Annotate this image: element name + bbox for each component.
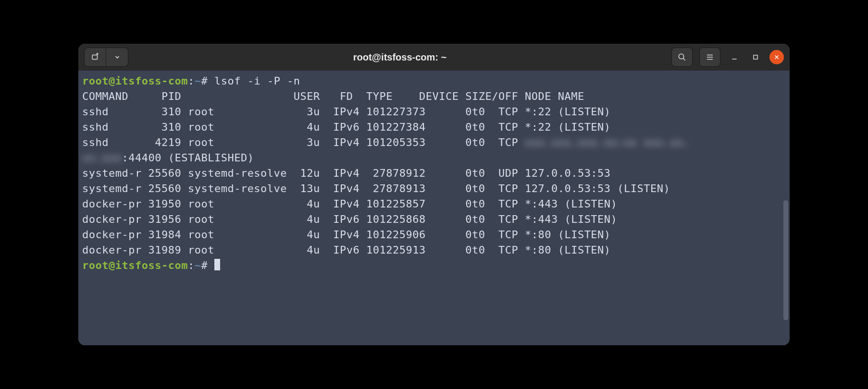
prompt-path: ~ <box>195 75 201 87</box>
search-button[interactable] <box>671 48 693 67</box>
tab-controls <box>84 48 128 67</box>
window-title: root@itsfoss-com: ~ <box>132 52 668 63</box>
new-tab-button[interactable] <box>84 48 106 67</box>
svg-point-3 <box>679 54 684 59</box>
maximize-button[interactable] <box>748 50 763 64</box>
prompt-separator-2: : <box>188 259 195 271</box>
minimize-button[interactable] <box>727 50 742 64</box>
tab-dropdown-button[interactable] <box>106 48 128 67</box>
svg-rect-0 <box>92 55 98 60</box>
svg-line-4 <box>683 58 685 61</box>
prompt-symbol-2: # <box>201 259 208 271</box>
command-output: COMMAND PID USER FD TYPE DEVICE SIZE/OFF… <box>82 90 690 256</box>
scrollbar[interactable] <box>783 200 788 320</box>
prompt-symbol: # <box>201 75 208 87</box>
terminal-body[interactable]: root@itsfoss-com:~# lsof -i -P -n COMMAN… <box>78 71 790 345</box>
window-controls <box>671 48 784 67</box>
close-button[interactable] <box>769 50 784 64</box>
prompt-path-2: ~ <box>195 259 201 271</box>
prompt-user-host-2: root@itsfoss-com <box>82 259 188 271</box>
svg-rect-9 <box>754 55 757 59</box>
cursor <box>214 259 220 270</box>
prompt-user-host: root@itsfoss-com <box>82 75 188 87</box>
menu-button[interactable] <box>699 48 720 67</box>
terminal-window: root@itsfoss-com: ~ <box>78 44 790 345</box>
command-text: lsof -i -P -n <box>214 75 300 87</box>
prompt-separator: : <box>188 75 195 87</box>
titlebar: root@itsfoss-com: ~ <box>78 44 790 71</box>
